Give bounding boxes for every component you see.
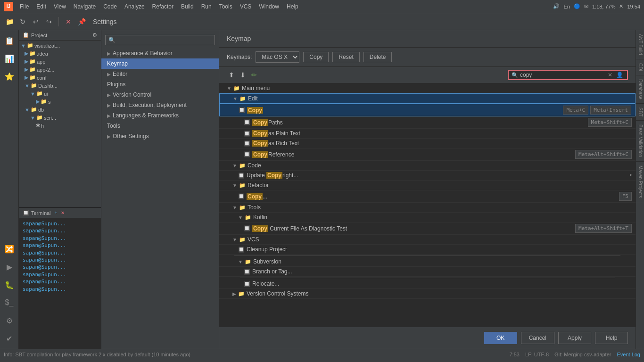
nav-build[interactable]: ▶ Build, Execution, Deployment [101,100,219,110]
nav-keymap[interactable]: Keymap [101,58,219,69]
project-icon[interactable]: 📋 [1,32,18,49]
refresh-button[interactable]: ↻ [17,16,28,27]
add-terminal-btn[interactable]: + [55,210,58,215]
tree-copy-refactor[interactable]: 🔲 Copy... F5 [219,190,636,203]
run-icon[interactable]: ▶ [1,258,18,275]
terminal-line-5: sapan@Supun... [23,249,97,256]
menu-build[interactable]: Build [178,2,197,11]
status-message: Info: SBT compilation for play framework… [4,352,505,357]
tree-update-copyright[interactable]: 🔲 Update Copyright... • [219,171,636,181]
menu-refactor[interactable]: Refactor [149,2,176,11]
keymap-search-input[interactable] [520,72,605,78]
delete-keymap-button[interactable]: Delete [363,52,392,62]
tree-copy-plain[interactable]: 🔲 Copyas Plain Text [219,129,636,139]
tree-cleanup[interactable]: 🔲 Cleanup Project [219,245,636,255]
search-options-button[interactable]: 👤 [615,72,624,78]
tab-bean-validation[interactable]: Bean Validation [636,121,644,161]
tree-vcs-systems[interactable]: ▶ 📁 Version Control Systems [219,289,636,299]
tree-copy-diagnostic[interactable]: 🔲 Copy Current File As Diagnostic Test M… [219,222,636,235]
nav-editor-label: Editor [113,71,127,77]
settings-search-input[interactable] [105,35,215,45]
tree-copy-paths[interactable]: 🔲 CopyPaths Meta+Shift+C [219,116,636,129]
favorites-icon[interactable]: ⭐ [1,68,18,85]
collapse-all-button[interactable]: ⬇ [238,70,248,80]
tab-ant-build[interactable]: ANT Build [636,30,644,59]
tree-refactor[interactable]: ▼ 📁 Refactor [219,181,636,190]
event-log-label[interactable]: Event Log [617,352,640,357]
tree-item-app[interactable]: ▶📁 app [19,58,101,66]
tree-branch-or-tag[interactable]: 🔲 Branch or Tag... [219,267,636,277]
pin-button[interactable]: 📌 [76,16,87,27]
tree-item-conf[interactable]: ▶📁 conf [19,74,101,82]
terminal-icon[interactable]: $_ [1,294,18,311]
tab-maven[interactable]: Maven Projects [636,162,644,202]
tree-tools[interactable]: ▼ 📁 Tools [219,203,636,213]
copy-keymap-button[interactable]: Copy [303,52,329,62]
tree-edit[interactable]: ▼ 📁 Edit [219,93,636,104]
tree-code[interactable]: ▼ 📁 Code [219,161,636,171]
tab-database[interactable]: Database [636,75,644,104]
tree-kotlin[interactable]: ▼ 📁 Kotlin [219,213,636,222]
tab-sbt[interactable]: SBT [636,104,644,121]
nav-languages[interactable]: ▶ Languages & Frameworks [101,110,219,121]
menu-tools[interactable]: Tools [216,2,235,11]
nav-languages-label: Languages & Frameworks [113,112,179,119]
nav-appearance[interactable]: ▶ Appearance & Behavior [101,48,219,58]
status-position: 7:53 [509,352,519,357]
tree-copy-ref[interactable]: 🔲 CopyReference Meta+Alt+Shift+C [219,148,636,161]
edit-shortcut-button[interactable]: ✏ [249,70,259,80]
cancel-button[interactable]: Cancel [521,332,554,344]
vcs-icon[interactable]: 🔀 [1,240,18,257]
menu-help[interactable]: Help [284,2,301,11]
menu-edit[interactable]: Edit [33,2,49,11]
undo-button[interactable]: ↩ [30,16,41,27]
tree-vcs[interactable]: ▼ 📁 VCS [219,235,636,245]
clear-search-button[interactable]: ✕ [607,72,613,78]
structure-icon[interactable]: 📊 [1,50,18,67]
tree-item-h[interactable]: ✱ h [19,122,101,130]
keymap-selector[interactable]: Mac OS X [256,51,299,63]
tree-item-s[interactable]: ▶📁 s [19,98,101,106]
menu-analyze[interactable]: Analyze [122,2,148,11]
todo-icon[interactable]: ✔ [1,330,18,347]
nav-editor[interactable]: ▶ Editor [101,69,219,79]
tree-item-ui[interactable]: ▼📁 ui [19,90,101,98]
close-button[interactable]: ✕ [63,16,74,27]
menu-file[interactable]: File [17,2,32,11]
expand-all-button[interactable]: ⬆ [227,70,236,80]
project-settings-icon[interactable]: ⚙ [92,32,97,38]
folder-button[interactable]: 📁 [4,16,15,27]
settings-icon[interactable]: ⚙ [1,312,18,329]
subversion-folder-icon: 📁 [245,259,251,265]
tree-item-app2[interactable]: ▶📁 app-2... [19,66,101,74]
tree-copy[interactable]: 🔲 Copy Meta+C Meta+Insert [219,104,636,116]
nav-other[interactable]: ▶ Other Settings [101,131,219,141]
tree-item-db[interactable]: ▼📁 db [19,106,101,114]
help-button[interactable]: Help [595,332,628,344]
nav-tools[interactable]: Tools [101,121,219,131]
menu-view[interactable]: View [51,2,69,11]
reset-keymap-button[interactable]: Reset [332,52,359,62]
debug-icon[interactable]: 🐛 [1,276,18,293]
ok-button[interactable]: OK [484,332,517,344]
tree-main-menu[interactable]: ▼ 📁 Main menu [219,83,636,93]
nav-vcs[interactable]: ▶ Version Control [101,90,219,100]
apply-button[interactable]: Apply [558,332,591,344]
status-vcs: Git: Merging csv-adapter [554,352,611,357]
tree-item-scri[interactable]: ▼📁 scri... [19,114,101,122]
tree-copy-rich[interactable]: 🔲 Copyas Rich Text [219,139,636,148]
tree-item-root[interactable]: ▼📁 visualizat... [19,41,101,49]
menu-window[interactable]: Window [256,2,282,11]
menu-run[interactable]: Run [198,2,215,11]
tab-cdi[interactable]: CDI [636,59,644,75]
tree-subversion[interactable]: ▼ 📁 Subversion [219,257,636,267]
close-terminal-btn[interactable]: ✕ [61,210,65,215]
redo-button[interactable]: ↪ [43,16,55,27]
tree-relocate[interactable]: 🔲 Relocate... [219,279,636,289]
menu-vcs[interactable]: VCS [237,2,255,11]
menu-navigate[interactable]: Navigate [71,2,99,11]
tree-item-dashb[interactable]: ▼📁 Dashb... [19,82,101,90]
menu-code[interactable]: Code [100,2,120,11]
tree-item-idea[interactable]: ▶📁 .idea [19,49,101,58]
nav-plugins[interactable]: Plugins [101,79,219,90]
